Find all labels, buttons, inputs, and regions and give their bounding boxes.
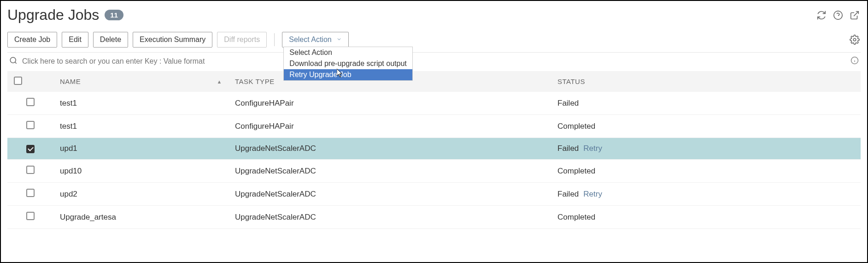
row-name: upd10: [53, 160, 229, 183]
row-name: test1: [53, 92, 229, 115]
help-icon[interactable]: [832, 9, 844, 21]
row-name: Upgrade_artesa: [53, 206, 229, 229]
row-name: test1: [53, 115, 229, 138]
table-row[interactable]: Upgrade_artesaUpgradeNetScalerADCComplet…: [7, 206, 861, 229]
retry-link[interactable]: Retry: [583, 144, 602, 153]
table-row[interactable]: test1ConfigureHAPairFailed: [7, 92, 861, 115]
row-status: FailedRetry: [551, 183, 861, 206]
gear-icon[interactable]: [849, 34, 861, 46]
column-name-label: NAME: [60, 78, 81, 85]
column-status[interactable]: STATUS: [551, 71, 861, 92]
svg-point-0: [834, 11, 842, 19]
row-task: UpgradeNetScalerADC: [229, 206, 551, 229]
table-row[interactable]: upd10UpgradeNetScalerADCCompleted: [7, 160, 861, 183]
delete-button[interactable]: Delete: [93, 32, 128, 48]
row-checkbox[interactable]: [26, 212, 35, 220]
row-status: Completed: [551, 115, 861, 138]
header-checkbox-cell: [7, 71, 53, 92]
info-icon[interactable]: [850, 56, 859, 66]
column-name[interactable]: NAME▲: [53, 71, 229, 92]
row-checkbox[interactable]: [26, 121, 35, 129]
row-status: Completed: [551, 206, 861, 229]
row-task: ConfigureHAPair: [229, 92, 551, 115]
status-text: Failed: [557, 99, 579, 108]
select-action-menu: Select Action Download pre-upgrade scrip…: [283, 47, 412, 81]
row-task: ConfigureHAPair: [229, 115, 551, 138]
row-name: upd2: [53, 183, 229, 206]
column-status-label: STATUS: [557, 78, 585, 85]
page-title: Upgrade Jobs: [7, 6, 99, 24]
page-container: Upgrade Jobs 11 Create Job Edit Delete E…: [0, 0, 868, 263]
create-job-button[interactable]: Create Job: [7, 32, 57, 48]
status-text: Completed: [557, 213, 595, 221]
search-row: [7, 53, 861, 71]
row-checkbox[interactable]: [26, 145, 35, 153]
status-text: Completed: [557, 122, 595, 131]
execution-summary-button[interactable]: Execution Summary: [133, 32, 212, 48]
table-row[interactable]: upd1UpgradeNetScalerADCFailedRetry: [7, 138, 861, 160]
svg-point-4: [10, 57, 16, 63]
select-all-checkbox[interactable]: [14, 77, 22, 85]
header-icons: [815, 9, 861, 21]
popout-icon[interactable]: [849, 9, 861, 21]
row-checkbox[interactable]: [26, 166, 35, 174]
count-badge: 11: [105, 10, 123, 20]
row-status: Failed: [551, 92, 861, 115]
dropdown-item-select[interactable]: Select Action: [284, 47, 412, 58]
row-task: UpgradeNetScalerADC: [229, 183, 551, 206]
column-task-label: TASK TYPE: [235, 78, 275, 85]
toolbar-divider: [274, 33, 275, 46]
diff-reports-button: Diff reports: [217, 32, 267, 48]
jobs-table: NAME▲ TASK TYPE STATUS test1ConfigureHAP…: [7, 71, 861, 229]
table-row[interactable]: upd2UpgradeNetScalerADCFailedRetry: [7, 183, 861, 206]
status-text: Completed: [557, 167, 595, 175]
dropdown-item-download[interactable]: Download pre-upgrade script output: [284, 58, 412, 69]
svg-line-5: [15, 62, 16, 63]
row-checkbox[interactable]: [26, 189, 35, 197]
table-row[interactable]: test1ConfigureHAPairCompleted: [7, 115, 861, 138]
row-name: upd1: [53, 138, 229, 160]
search-input[interactable]: [22, 57, 846, 66]
select-action-dropdown[interactable]: Select Action Select Action Download pre…: [282, 32, 349, 48]
select-action-label: Select Action: [289, 36, 332, 44]
svg-line-2: [854, 11, 858, 16]
table-header-row: NAME▲ TASK TYPE STATUS: [7, 71, 861, 92]
retry-link[interactable]: Retry: [583, 190, 602, 198]
title-wrap: Upgrade Jobs 11: [7, 6, 123, 24]
row-task: UpgradeNetScalerADC: [229, 160, 551, 183]
status-text: Failed: [557, 190, 579, 198]
sort-asc-icon: ▲: [217, 79, 222, 84]
dropdown-item-retry[interactable]: Retry Upgrade Job: [284, 69, 412, 80]
table-body: test1ConfigureHAPairFailedtest1Configure…: [7, 92, 861, 229]
row-status: Completed: [551, 160, 861, 183]
status-text: Failed: [557, 144, 579, 153]
refresh-icon[interactable]: [815, 9, 827, 21]
row-task: UpgradeNetScalerADC: [229, 138, 551, 160]
row-checkbox[interactable]: [26, 98, 35, 106]
page-header: Upgrade Jobs 11: [7, 6, 861, 24]
svg-point-3: [853, 38, 856, 41]
edit-button[interactable]: Edit: [62, 32, 88, 48]
search-icon[interactable]: [9, 56, 18, 66]
row-status: FailedRetry: [551, 138, 861, 160]
chevron-down-icon: [336, 36, 342, 44]
toolbar: Create Job Edit Delete Execution Summary…: [7, 32, 861, 53]
